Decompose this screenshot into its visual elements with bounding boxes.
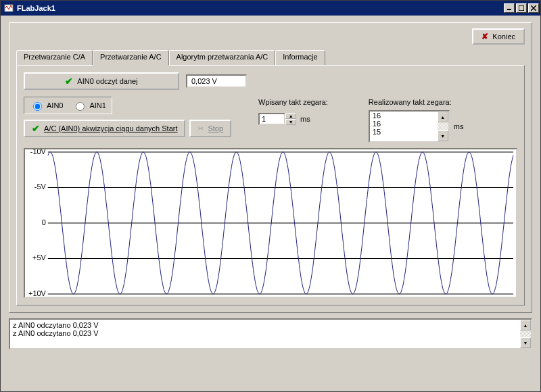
clock-actual-label: Realizowany takt zegara:: [369, 98, 464, 106]
header-button-row: ✘ Koniec: [16, 28, 525, 45]
client-area: ✘ Koniec Przetwarzanie C/A Przetwarzanie…: [1, 16, 540, 391]
log-line: z AIN0 odczytano 0,023 V: [13, 329, 517, 337]
tab-page: ✔ AIN0 odczyt danej 0,023 V AIN0: [16, 65, 525, 305]
svg-rect-2: [519, 5, 524, 11]
exit-button-label: Koniec: [492, 32, 515, 41]
window-title: FLabJack1: [17, 4, 504, 12]
read-ain0-label: AIN0 odczyt danej: [77, 77, 137, 85]
clock-spin-input[interactable]: [258, 113, 285, 125]
check-icon: ✔: [65, 76, 73, 87]
close-icon: [531, 5, 536, 11]
svg-text:+5V: +5V: [32, 253, 46, 262]
check-icon: ✔: [32, 123, 40, 134]
radio-ain0-input[interactable]: [33, 102, 42, 111]
oscilloscope-chart: +10V+5V0-5V-10V: [24, 148, 517, 298]
clock-actual-list[interactable]: 16 16 15 ▲ ▼: [369, 110, 450, 143]
acquire-stop-label: Stop: [208, 124, 223, 132]
tab-informacje[interactable]: Informacje: [275, 50, 325, 65]
clock-entered-unit: ms: [300, 115, 310, 123]
scroll-down-icon[interactable]: ▼: [520, 337, 531, 348]
chart-canvas: +10V+5V0-5V-10V: [25, 149, 516, 297]
log-textarea[interactable]: z AIN0 odczytano 0,023 V z AIN0 odczytan…: [9, 318, 532, 349]
clock-entered-label: Wpisany takt zegara:: [258, 98, 328, 106]
scroll-up-icon[interactable]: ▲: [520, 320, 531, 330]
log-line: z AIN0 odczytano 0,023 V: [13, 321, 517, 329]
x-icon: ✘: [481, 32, 488, 41]
maximize-button[interactable]: [516, 3, 527, 13]
acquire-start-label: A/C (AIN0) akwizycja ciągu danych Start: [44, 124, 177, 132]
tab-przetwarzanie-ac[interactable]: Przetwarzanie A/C: [93, 50, 168, 66]
close-button[interactable]: [528, 3, 539, 13]
maximize-icon: [519, 5, 524, 11]
clock-actual-col: Realizowany takt zegara: 16 16 15: [369, 98, 464, 143]
radio-ain1-input[interactable]: [76, 102, 85, 111]
app-window: FLabJack1 ✘ Koniec Przetwarzan: [0, 0, 541, 392]
svg-text:+10V: +10V: [28, 289, 47, 297]
radio-ain1[interactable]: AIN1: [72, 100, 105, 111]
svg-rect-0: [5, 5, 13, 11]
scissors-icon: ✂: [197, 124, 204, 133]
svg-text:-5V: -5V: [34, 182, 47, 191]
clock-spin: ▲ ▼: [258, 113, 296, 125]
list-item[interactable]: 16: [370, 120, 438, 128]
titlebar: FLabJack1: [1, 1, 540, 16]
clock-spin-down[interactable]: ▼: [285, 119, 296, 125]
svg-text:-10V: -10V: [30, 149, 47, 155]
exit-button[interactable]: ✘ Koniec: [472, 28, 525, 45]
clock-actual-unit: ms: [454, 122, 464, 130]
acquire-start-button[interactable]: ✔ A/C (AIN0) akwizycja ciągu danych Star…: [24, 120, 185, 137]
read-value-row: ✔ AIN0 odczyt danej 0,023 V: [24, 72, 517, 90]
app-icon: [3, 3, 14, 14]
list-item[interactable]: 15: [370, 128, 438, 136]
svg-text:0: 0: [42, 218, 46, 226]
scroll-down-icon[interactable]: ▼: [438, 130, 448, 141]
channel-radio-group: AIN0 AIN1: [24, 97, 112, 114]
acquire-stop-button[interactable]: ✂ Stop: [189, 120, 231, 137]
read-value-display: 0,023 V: [186, 74, 247, 88]
main-panel: ✘ Koniec Przetwarzanie C/A Przetwarzanie…: [9, 22, 532, 313]
tab-algorytm[interactable]: Algorytm przetwarzania A/C: [169, 50, 276, 65]
tab-strip: Przetwarzanie C/A Przetwarzanie A/C Algo…: [16, 50, 525, 65]
clock-spin-up[interactable]: ▲: [285, 113, 296, 119]
tab-przetwarzanie-ca[interactable]: Przetwarzanie C/A: [16, 50, 93, 65]
clock-entered-col: Wpisany takt zegara: ▲ ▼ ms: [258, 98, 328, 143]
list-item[interactable]: 16: [370, 112, 438, 120]
minimize-button[interactable]: [504, 3, 515, 13]
read-ain0-button[interactable]: ✔ AIN0 odczyt danej: [24, 72, 179, 90]
radio-ain0[interactable]: AIN0: [30, 100, 63, 111]
list-scrollbar[interactable]: ▲ ▼: [438, 112, 448, 141]
window-buttons: [504, 3, 539, 13]
minimize-icon: [507, 5, 512, 11]
scroll-up-icon[interactable]: ▲: [438, 112, 448, 122]
channel-radio-col: AIN0 AIN1 ✔ A/C (AIN0) akwizycja ciągu d…: [24, 97, 231, 137]
log-scrollbar[interactable]: ▲ ▼: [520, 320, 531, 348]
